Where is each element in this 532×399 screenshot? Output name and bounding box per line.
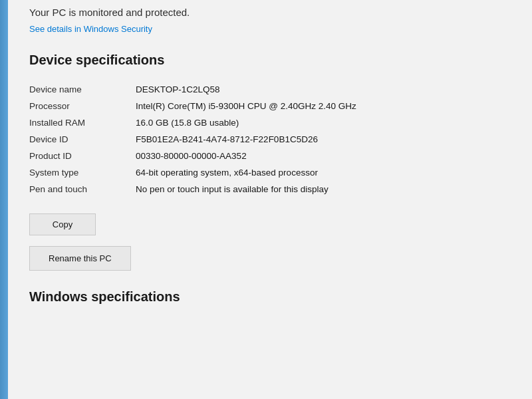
device-specs-title: Device specifications — [29, 53, 519, 68]
copy-button[interactable]: Copy — [29, 213, 96, 235]
spec-value: F5B01E2A-B241-4A74-8712-F22F0B1C5D26 — [136, 131, 519, 148]
table-row: Installed RAM16.0 GB (15.8 GB usable) — [29, 114, 519, 131]
table-row: Pen and touchNo pen or touch input is av… — [29, 181, 519, 198]
table-row: Product ID00330-80000-00000-AA352 — [29, 148, 519, 164]
spec-label: Device ID — [29, 131, 136, 148]
table-row: Device nameDESKTOP-1C2LQ58 — [29, 81, 519, 98]
top-status-text: Your PC is monitored and protected. — [29, 7, 519, 18]
spec-value: 00330-80000-00000-AA352 — [136, 148, 519, 164]
spec-label: System type — [29, 164, 136, 181]
spec-value: No pen or touch input is available for t… — [136, 181, 519, 198]
spec-value: Intel(R) Core(TM) i5-9300H CPU @ 2.40GHz… — [136, 98, 519, 114]
windows-specs-title: Windows specifications — [29, 289, 519, 305]
spec-value: DESKTOP-1C2LQ58 — [136, 81, 519, 98]
table-row: System type64-bit operating system, x64-… — [29, 164, 519, 181]
rename-pc-button[interactable]: Rename this PC — [29, 246, 131, 271]
rename-button-container: Rename this PC — [29, 246, 519, 271]
spec-label: Installed RAM — [29, 114, 136, 131]
content-area: Your PC is monitored and protected. See … — [16, 0, 532, 311]
spec-value: 64-bit operating system, x64-based proce… — [136, 164, 519, 181]
spec-label: Processor — [29, 98, 136, 114]
copy-button-container: Copy — [29, 213, 519, 235]
table-row: Device IDF5B01E2A-B241-4A74-8712-F22F0B1… — [29, 131, 519, 148]
spec-value: 16.0 GB (15.8 GB usable) — [136, 114, 519, 131]
page-container: Your PC is monitored and protected. See … — [0, 0, 532, 399]
spec-label: Device name — [29, 81, 136, 98]
spec-label: Pen and touch — [29, 181, 136, 198]
specs-table: Device nameDESKTOP-1C2LQ58ProcessorIntel… — [29, 81, 519, 198]
security-link[interactable]: See details in Windows Security — [29, 24, 152, 34]
spec-label: Product ID — [29, 148, 136, 164]
left-accent-bar — [0, 0, 8, 399]
table-row: ProcessorIntel(R) Core(TM) i5-9300H CPU … — [29, 98, 519, 114]
